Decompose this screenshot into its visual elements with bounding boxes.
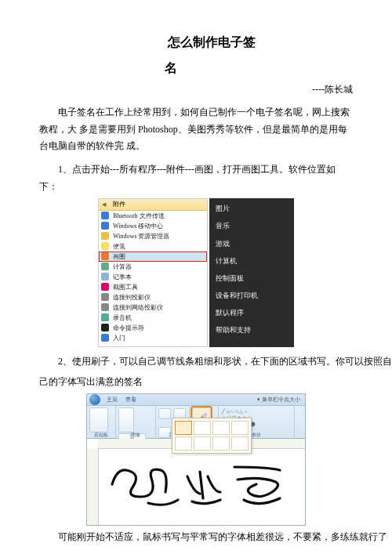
right-item-pictures[interactable]: 图片	[209, 200, 294, 217]
group-clipboard: 剪贴板	[87, 406, 116, 439]
tab-view[interactable]: 查看	[122, 395, 140, 405]
author-line: ----陈长城	[39, 81, 353, 99]
group-image: 图像	[116, 406, 156, 439]
menu-item-snipping[interactable]: 截图工具	[99, 282, 207, 292]
doc-title-line2: 名	[39, 57, 353, 80]
signature-drawing	[103, 453, 291, 516]
brush-option-3[interactable]	[212, 421, 230, 435]
right-item-devices[interactable]: 设备和打印机	[209, 287, 294, 304]
right-item-help[interactable]: 帮助和支持	[209, 321, 294, 339]
right-item-computer[interactable]: 计算机	[209, 252, 294, 270]
brush-option-1[interactable]	[175, 421, 192, 435]
intro-paragraph: 电子签名在工作上经常用到，如何自已制作一个电子签名呢，网上搜索教程，大 多是需要…	[39, 104, 353, 155]
paint-menu-orb[interactable]	[89, 394, 100, 405]
menu-item-mobility[interactable]: Windows 移动中心	[99, 221, 207, 231]
menu-item-sticky-notes[interactable]: 便笺	[99, 241, 207, 252]
brush-option-2[interactable]	[194, 421, 211, 435]
brush-option-4[interactable]	[231, 421, 249, 435]
ruler-vertical	[87, 448, 99, 525]
closing-paragraph: 可能刚开始不适应，鼠标书写与平常写的字体相差很远，不要紧，多练练就行了	[39, 529, 353, 546]
right-item-music[interactable]: 音乐	[209, 217, 294, 234]
accessories-folder-header[interactable]: 附件	[99, 199, 207, 211]
menu-item-recorder[interactable]: 录音机	[99, 313, 207, 323]
menu-item-net-projector[interactable]: 连接到网络投影仪	[99, 302, 207, 313]
step-2-text-b: 己的字体写出满意的签名	[39, 374, 353, 391]
step-1-text: 1、点击开始---所有程序---附件---画图，打开画图工具。软件位置如下：	[39, 161, 353, 195]
pencil-tool[interactable]	[158, 408, 171, 419]
menu-item-notepad[interactable]: 记事本	[99, 272, 207, 282]
figure-paint-app: 主页 查看 ▾ 菜单栏中点大小 剪贴板 图像	[86, 393, 306, 526]
start-menu-right-column: 图片 音乐 游戏 计算机 控制面板 设备和打印机 默认程序 帮助和支持	[209, 198, 294, 347]
figure-start-menu: 附件 Bluetooth 文件传送 Windows 移动中心 Windows 资…	[98, 198, 294, 347]
right-item-control-panel[interactable]: 控制面板	[209, 270, 294, 287]
tab-home[interactable]: 主页	[103, 395, 122, 405]
right-item-default-programs[interactable]: 默认程序	[209, 304, 294, 321]
menu-item-explorer[interactable]: Windows 资源管理器	[99, 231, 207, 241]
doc-title-line1: 怎么制作电子签	[39, 31, 353, 54]
menu-item-cmd[interactable]: 命令提示符	[99, 323, 207, 333]
paste-button[interactable]	[89, 407, 108, 433]
ribbon-hint: ▾ 菜单栏中点大小	[253, 395, 305, 405]
brush-option-7[interactable]	[212, 436, 230, 451]
menu-item-bluetooth[interactable]: Bluetooth 文件传送	[99, 211, 207, 221]
brush-option-5[interactable]	[175, 436, 192, 451]
menu-item-getting-started[interactable]: 入门	[99, 333, 207, 343]
ribbon-tab-row: 主页 查看 ▾ 菜单栏中点大小	[87, 394, 305, 406]
brush-dropdown-popup	[172, 418, 252, 454]
brush-option-8[interactable]	[231, 436, 249, 451]
right-item-games[interactable]: 游戏	[209, 235, 294, 252]
menu-item-projector[interactable]: 连接到投影仪	[99, 292, 207, 302]
menu-item-paint[interactable]: 画图	[99, 252, 207, 262]
menu-item-calculator[interactable]: 计算器	[99, 262, 207, 272]
start-menu-left-column: 附件 Bluetooth 文件传送 Windows 移动中心 Windows 资…	[98, 198, 208, 347]
select-button[interactable]	[118, 407, 134, 433]
brush-option-6[interactable]	[194, 436, 211, 451]
paint-ribbon: 主页 查看 ▾ 菜单栏中点大小 剪贴板 图像	[86, 393, 306, 439]
step-2-text-a: 2、使用刷子，可以自己调节线条粗细和形状，在下面的区域书写。你可以按照自	[39, 353, 353, 371]
